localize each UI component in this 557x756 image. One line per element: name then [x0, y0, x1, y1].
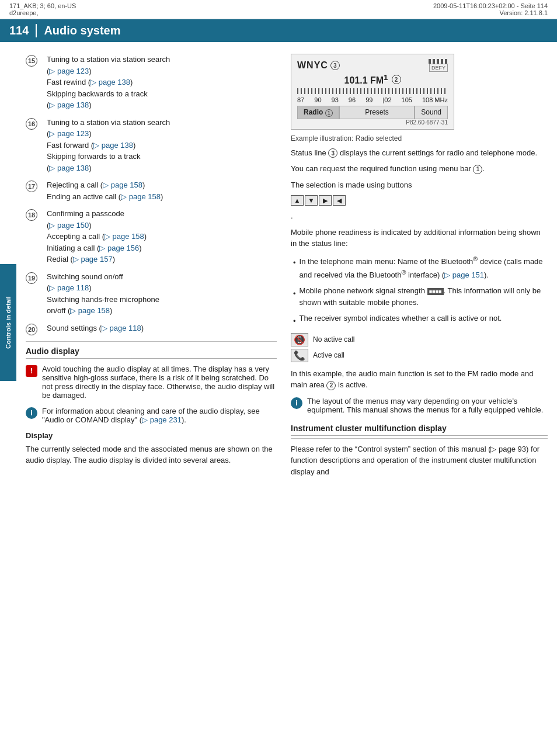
top-bar-right: 2009-05-11T16:00:23+02:00 - Seite 114 Ve… — [433, 2, 548, 16]
period: . — [291, 210, 548, 222]
radio-tab-radio[interactable]: Radio 1 — [297, 106, 339, 119]
bullet-item-1: • In the telephone main menu: Name of th… — [293, 254, 548, 281]
request-text: You can request the required function us… — [291, 163, 548, 175]
list-item: 18 Confirming a passcode (▷ page 150) Ac… — [26, 208, 277, 265]
warning-icon: ! — [26, 365, 37, 377]
nav-btn-right: ▶ — [319, 195, 332, 206]
radio-scale: 8790939699|02105108 MHz — [297, 96, 448, 103]
page-header: 114 Audio system — [0, 19, 557, 42]
list-item: 15 Tuning to a station via station searc… — [26, 54, 277, 111]
radio-tabs: Radio 1 Presets Sound — [297, 106, 448, 119]
radio-tab-sound[interactable]: Sound — [415, 106, 448, 119]
navigation-buttons: ▲ ▼ ▶ ◀ — [291, 195, 346, 206]
info-icon-2: i — [291, 397, 302, 409]
signal-indicator — [428, 59, 448, 64]
bullet-item-2: • Mobile phone network signal strength ■… — [293, 285, 548, 308]
nav-btn-left: ◀ — [333, 195, 346, 206]
radio-frequency-bar — [297, 88, 448, 94]
item-number-17: 17 — [26, 181, 37, 192]
bullet-dot: • — [293, 288, 296, 308]
radio-station-name: WNYC — [297, 60, 328, 71]
nav-btn-down: ▼ — [305, 195, 318, 206]
info-box-2: i The layout of the menus may vary depen… — [291, 397, 548, 414]
buttons-text: The selection is made using buttons — [291, 179, 548, 191]
no-active-call-label: No active call — [313, 335, 354, 344]
nav-btn-up: ▲ — [291, 195, 304, 206]
warning-text: Avoid touching the audio display at all … — [42, 365, 277, 400]
radio-display: WNYC 3 DEFY — [291, 54, 454, 130]
display-text: The currently selected mode and the asso… — [26, 443, 277, 466]
right-column: WNYC 3 DEFY — [291, 54, 548, 477]
warning-box: ! Avoid touching the audio display at al… — [26, 365, 277, 400]
info-text: For information about cleaning and care … — [42, 407, 277, 424]
instrument-cluster-title: Instrument cluster multifunction display — [291, 424, 548, 436]
radio-frequency: 101.1 FM1 — [344, 73, 388, 86]
radio-circle-3: 3 — [330, 61, 340, 70]
list-item: 17 Rejecting a call (▷ page 158) Ending … — [26, 179, 277, 202]
radio-model-code: P82.60-6877-31 — [297, 119, 448, 126]
info-icon: i — [26, 407, 37, 419]
signal-icon: ■■■■ — [427, 288, 444, 295]
info-text-2: The layout of the menus may vary dependi… — [307, 397, 548, 414]
bullet-list: • In the telephone main menu: Name of th… — [293, 254, 548, 327]
page-number: 114 — [9, 24, 37, 37]
item-number-20: 20 — [26, 324, 37, 335]
item-number-18: 18 — [26, 209, 37, 221]
instrument-cluster-text: Please refer to the “Control system” sec… — [291, 443, 548, 478]
phone-active-icon: 📞 — [291, 349, 308, 362]
top-bar-left: 171_AKB; 3; 60, en-US d2ureepe, — [9, 2, 76, 16]
list-item: 16 Tuning to a station via station searc… — [26, 117, 277, 174]
list-item: 19 Switching sound on/off (▷ page 118) S… — [26, 271, 277, 317]
item-number-16: 16 — [26, 118, 37, 130]
info-box: i For information about cleaning and car… — [26, 407, 277, 424]
top-bar: 171_AKB; 3; 60, en-US d2ureepe, 2009-05-… — [0, 0, 557, 19]
radio-caption: Example illustration: Radio selected — [291, 134, 548, 143]
list-item: 20 Sound settings (▷ page 118) — [26, 322, 277, 335]
audio-display-section-title: Audio display — [26, 346, 277, 359]
no-active-call-row: 📵 No active call — [291, 333, 548, 346]
fm-radio-text: In this example, the audio main function… — [291, 368, 548, 391]
phone-inactive-icon: 📵 — [291, 333, 308, 346]
item-number-19: 19 — [26, 272, 37, 284]
side-label: Controls in detail — [0, 264, 16, 381]
radio-circle-2: 2 — [392, 75, 401, 84]
radio-tab-presets[interactable]: Presets — [339, 106, 415, 119]
status-line-text: Status line 3 displays the current setti… — [291, 147, 548, 159]
left-column: 15 Tuning to a station via station searc… — [26, 54, 277, 477]
active-call-row: 📞 Active call — [291, 349, 548, 362]
bullet-dot: • — [293, 315, 296, 327]
display-subsection-title: Display — [26, 431, 277, 440]
mobile-ready-text: Mobile phone readiness is indicated by a… — [291, 227, 548, 249]
bullet-item-3: • The receiver symbol indicates whether … — [293, 313, 548, 327]
radio-defy-icon: DEFY — [429, 64, 448, 72]
bullet-dot: • — [293, 257, 296, 281]
page-title: Audio system — [44, 24, 120, 37]
item-number-15: 15 — [26, 55, 37, 67]
active-call-label: Active call — [313, 351, 344, 359]
